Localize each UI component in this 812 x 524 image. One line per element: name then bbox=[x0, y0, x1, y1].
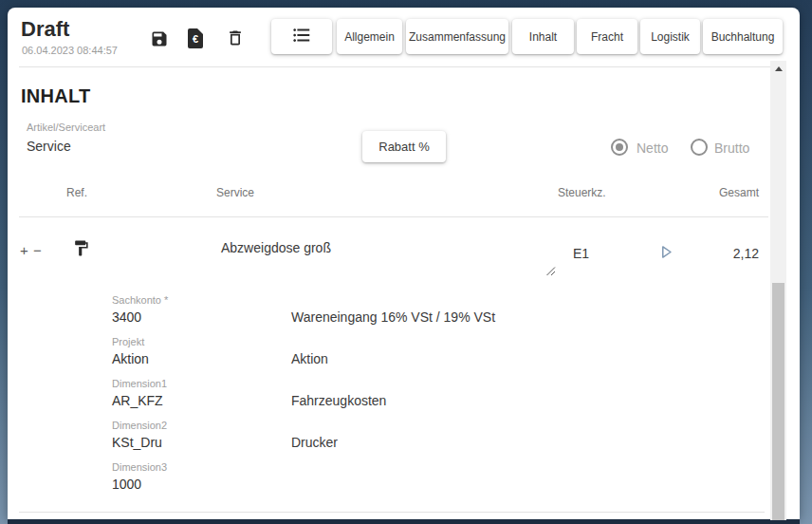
app-window: Draft 06.04.2023 08:44:57 € Allgemein Zu… bbox=[0, 0, 812, 524]
detail-value[interactable]: 3400 bbox=[112, 309, 141, 325]
delete-icon bbox=[226, 36, 245, 50]
scroll-up-button[interactable] bbox=[770, 61, 786, 76]
copy-format-button[interactable] bbox=[72, 239, 90, 257]
triangle-right-icon bbox=[658, 249, 674, 263]
column-header-steuerkz: Steuerkz. bbox=[558, 186, 606, 199]
detail-value[interactable]: 1000 bbox=[112, 477, 141, 492]
document-title: Draft bbox=[21, 17, 69, 42]
tab-allgemein[interactable]: Allgemein bbox=[337, 19, 402, 54]
scrollbar-thumb[interactable] bbox=[772, 283, 784, 520]
detail-row-dimension1: Dimension1 AR_KFZ Fahrzeugkosten bbox=[0, 378, 768, 420]
netto-radio[interactable] bbox=[611, 139, 628, 156]
detail-label: Dimension1 bbox=[112, 378, 167, 389]
expand-row-button[interactable] bbox=[658, 244, 674, 260]
detail-value[interactable]: Aktion bbox=[112, 351, 149, 366]
detail-row-sachkonto: Sachkonto * 3400 Wareneingang 16% VSt / … bbox=[0, 294, 768, 336]
detail-description: Aktion bbox=[291, 351, 328, 366]
euro-document-icon: € bbox=[188, 37, 203, 51]
detail-description: Fahrzeugkosten bbox=[291, 393, 386, 408]
save-button[interactable] bbox=[150, 29, 169, 48]
scroll-up-arrow-icon bbox=[775, 66, 783, 71]
column-header-service: Service bbox=[216, 186, 254, 199]
window-bottom-edge bbox=[8, 519, 800, 524]
tab-inhalt[interactable]: Inhalt bbox=[512, 19, 574, 54]
detail-label: Projekt bbox=[112, 336, 144, 347]
add-row-button[interactable]: + bbox=[20, 243, 28, 257]
document-timestamp: 06.04.2023 08:44:57 bbox=[22, 45, 118, 56]
detail-row-dimension2: Dimension2 KSt_Dru Drucker bbox=[0, 420, 768, 461]
list-view-button[interactable] bbox=[271, 19, 332, 54]
rabatt-button[interactable]: Rabatt % bbox=[362, 131, 446, 162]
gesamt-value: 2,12 bbox=[733, 246, 759, 261]
detail-description: Drucker bbox=[291, 435, 338, 450]
column-header-ref: Ref. bbox=[66, 186, 87, 199]
row-bottom-divider bbox=[19, 512, 765, 513]
detail-value[interactable]: AR_KFZ bbox=[112, 393, 163, 408]
detail-row-projekt: Projekt Aktion Aktion bbox=[0, 336, 768, 378]
remove-row-button[interactable]: − bbox=[33, 243, 42, 257]
detail-label: Dimension2 bbox=[112, 420, 167, 431]
resize-grip-icon[interactable] bbox=[544, 263, 556, 280]
list-bulleted-icon bbox=[291, 25, 312, 48]
detail-description: Wareneingang 16% VSt / 19% VSt bbox=[291, 309, 495, 325]
header-divider bbox=[19, 66, 770, 67]
delete-button[interactable] bbox=[226, 28, 245, 47]
table-header-divider bbox=[19, 216, 768, 217]
section-title: INHALT bbox=[21, 85, 91, 107]
brutto-radio-label[interactable]: Brutto bbox=[714, 140, 749, 156]
detail-label: Sachkonto * bbox=[112, 294, 168, 306]
article-serviceart-label: Artikel/Serviceart bbox=[27, 122, 105, 133]
tab-logistik[interactable]: Logistik bbox=[640, 19, 700, 54]
brutto-radio[interactable] bbox=[691, 139, 708, 156]
article-serviceart-value[interactable]: Service bbox=[27, 139, 71, 154]
tab-zusammenfassung[interactable]: Zusammenfassung bbox=[406, 19, 508, 54]
column-header-gesamt: Gesamt bbox=[719, 186, 759, 199]
detail-label: Dimension3 bbox=[112, 461, 167, 473]
service-name-field[interactable]: Abzweigdose groß bbox=[221, 240, 331, 255]
save-icon bbox=[150, 37, 169, 51]
detail-value[interactable]: KSt_Dru bbox=[112, 435, 162, 450]
svg-text:€: € bbox=[193, 33, 198, 45]
paint-roller-icon bbox=[72, 246, 90, 260]
detail-row-dimension3: Dimension3 1000 bbox=[0, 461, 768, 503]
steuerkz-value[interactable]: E1 bbox=[573, 246, 589, 261]
euro-invoice-button[interactable]: € bbox=[188, 28, 203, 48]
netto-radio-label[interactable]: Netto bbox=[637, 140, 668, 156]
tab-buchhaltung[interactable]: Buchhaltung bbox=[703, 19, 783, 54]
tab-fracht[interactable]: Fracht bbox=[577, 19, 637, 54]
